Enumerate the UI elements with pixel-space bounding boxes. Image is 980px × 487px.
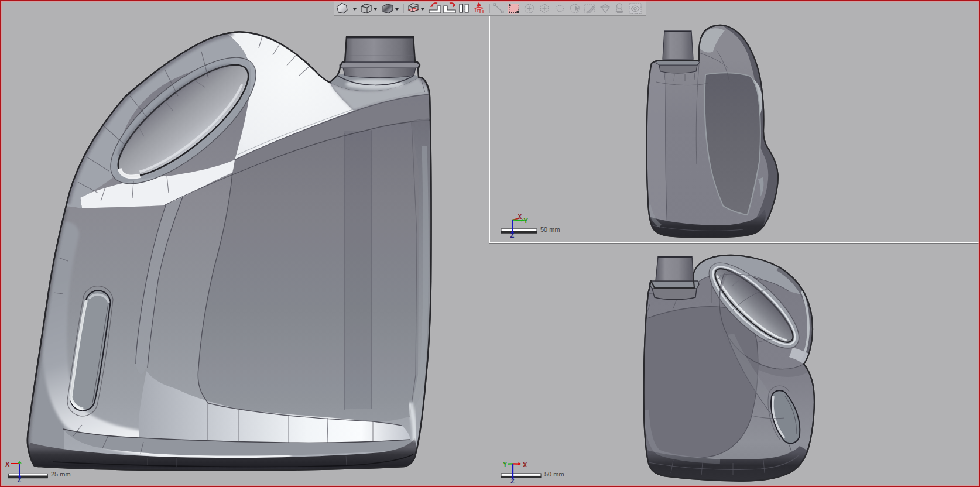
svg-text:Z: Z	[510, 478, 515, 485]
svg-text:X: X	[518, 214, 522, 220]
svg-text:X: X	[523, 461, 527, 468]
svg-text:Z: Z	[510, 232, 515, 239]
svg-text:X: X	[5, 461, 10, 468]
svg-text:Y: Y	[524, 217, 529, 224]
svg-text:Z: Z	[18, 476, 22, 483]
svg-text:Y: Y	[503, 461, 508, 468]
